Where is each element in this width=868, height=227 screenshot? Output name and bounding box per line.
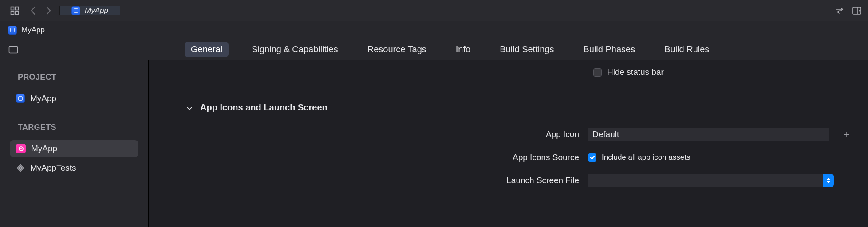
breadcrumb: MyApp — [0, 21, 868, 39]
svg-rect-1 — [16, 7, 19, 10]
settings-tab-bar: General Signing & Capabilities Resource … — [0, 39, 868, 60]
toolbar-right-group — [835, 0, 868, 21]
main-area: PROJECT MyApp TARGETS MyApp MyAppTests — [0, 60, 868, 227]
project-icon — [16, 94, 25, 103]
back-button[interactable] — [26, 0, 41, 21]
sidebar-heading-project: PROJECT — [10, 73, 138, 82]
svg-rect-10 — [17, 165, 24, 171]
launch-screen-label: Launch Screen File — [149, 176, 588, 185]
app-icon-row: App Icon ＋ — [149, 128, 868, 141]
hide-status-bar-label: Hide status bar — [607, 67, 664, 77]
section-divider — [183, 89, 847, 89]
section-title: App Icons and Launch Screen — [200, 102, 327, 113]
add-app-icon-button[interactable]: ＋ — [841, 129, 852, 140]
launch-screen-combo — [588, 174, 834, 187]
sidebar-item-label: MyApp — [30, 94, 56, 103]
sidebar-target-myapptests[interactable]: MyAppTests — [10, 160, 138, 176]
tab-info[interactable]: Info — [450, 42, 477, 57]
settings-tabs: General Signing & Capabilities Resource … — [185, 42, 715, 57]
breadcrumb-title[interactable]: MyApp — [21, 26, 45, 35]
sidebar-item-label: MyApp — [31, 144, 57, 153]
sidebar-heading-targets: TARGETS — [10, 123, 138, 132]
launch-screen-dropdown-button[interactable] — [823, 174, 834, 187]
tab-build-rules[interactable]: Build Rules — [658, 42, 715, 57]
tab-resource-tags[interactable]: Resource Tags — [361, 42, 433, 57]
library-icon[interactable] — [6, 0, 23, 21]
sidebar-project-item[interactable]: MyApp — [10, 90, 138, 107]
launch-screen-input[interactable] — [588, 174, 823, 187]
forward-button[interactable] — [41, 0, 56, 21]
sidebar-toggle-icon[interactable] — [6, 46, 20, 54]
include-all-checkbox[interactable] — [588, 153, 596, 162]
tab-signing[interactable]: Signing & Capabilities — [245, 42, 344, 57]
project-icon — [8, 26, 17, 35]
editor-tab-strip: MyApp — [59, 6, 120, 15]
app-target-icon — [16, 144, 26, 153]
app-icon-label: App Icon — [149, 129, 588, 139]
app-icons-source-row: App Icons Source Include all app icon as… — [149, 153, 868, 162]
svg-rect-3 — [16, 12, 19, 15]
launch-screen-row: Launch Screen File — [149, 174, 868, 187]
svg-rect-0 — [11, 7, 14, 10]
content-pane: Hide status bar App Icons and Launch Scr… — [149, 60, 868, 227]
app-icon-input[interactable] — [588, 128, 829, 141]
app-icons-source-label: App Icons Source — [149, 153, 588, 162]
project-icon — [71, 6, 80, 15]
toolbar-left-group: MyApp — [0, 0, 120, 21]
nav-button-group — [26, 0, 56, 21]
svg-rect-8 — [9, 46, 18, 53]
hide-status-bar-row: Hide status bar — [593, 67, 868, 77]
svg-marker-12 — [827, 178, 830, 180]
svg-rect-11 — [19, 167, 22, 170]
top-toolbar: MyApp — [0, 0, 868, 21]
project-sidebar: PROJECT MyApp TARGETS MyApp MyAppTests — [0, 60, 149, 227]
editor-tab-label: MyApp — [85, 6, 108, 15]
svg-marker-13 — [827, 181, 830, 183]
adjust-editors-icon[interactable] — [835, 7, 845, 15]
chevron-down-icon — [186, 104, 194, 112]
include-all-label: Include all app icon assets — [602, 153, 690, 162]
tab-build-phases[interactable]: Build Phases — [577, 42, 641, 57]
test-target-icon — [16, 164, 25, 172]
hide-status-bar-checkbox[interactable] — [593, 68, 602, 77]
sidebar-item-label: MyAppTests — [30, 163, 76, 173]
section-header-app-icons[interactable]: App Icons and Launch Screen — [186, 102, 868, 113]
sidebar-target-myapp[interactable]: MyApp — [10, 140, 138, 157]
svg-rect-2 — [11, 12, 14, 15]
tab-build-settings[interactable]: Build Settings — [493, 42, 560, 57]
editor-tab-myapp[interactable]: MyApp — [59, 6, 120, 15]
tab-general[interactable]: General — [185, 42, 229, 57]
add-editor-icon[interactable] — [852, 6, 862, 15]
